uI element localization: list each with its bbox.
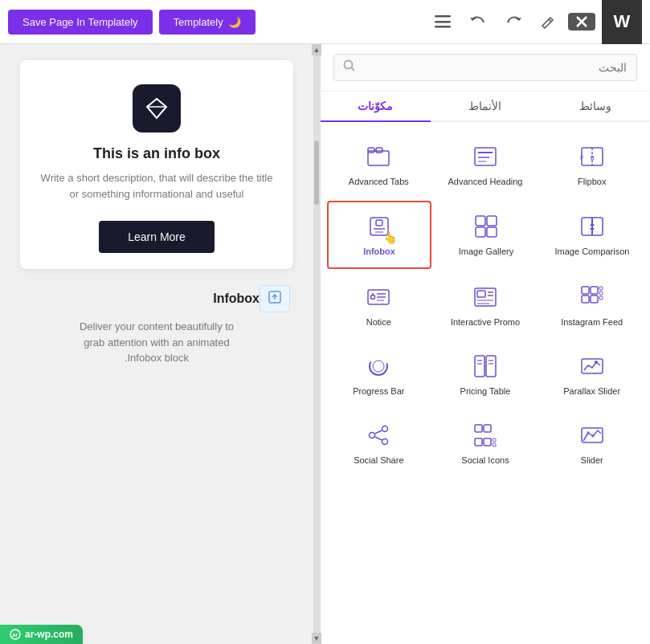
widget-notice[interactable]: Notice — [327, 272, 431, 338]
svg-rect-75 — [493, 438, 496, 442]
svg-rect-32 — [487, 216, 497, 226]
parallax-slider-label: Parallax Slider — [563, 385, 620, 397]
widget-row-5: Slider Social Icons — [327, 410, 644, 476]
interactive-promo-label: Interactive Promo — [451, 316, 520, 328]
svg-point-67 — [373, 361, 384, 372]
save-page-button[interactable]: Save Page In Templately — [8, 10, 153, 35]
svg-point-59 — [595, 361, 598, 364]
preview-description: Write a short description, that will des… — [36, 170, 277, 202]
notice-icon — [364, 283, 393, 312]
widget-advanced-heading[interactable]: Advanced Heading — [434, 132, 538, 198]
image-gallery-icon — [472, 212, 501, 241]
wp-logo: W — [602, 0, 642, 44]
scroll-thumb[interactable] — [314, 141, 319, 205]
image-comparison-label: Image Comparison — [555, 246, 630, 257]
interactive-promo-icon — [471, 283, 500, 312]
widget-image-comparison[interactable]: Image Comparison — [541, 201, 644, 268]
svg-rect-2 — [435, 26, 451, 28]
svg-marker-29 — [590, 222, 595, 226]
widget-interactive-promo[interactable]: Interactive Promo — [434, 272, 538, 338]
templately-button[interactable]: Templately 🌙 — [159, 10, 256, 35]
widget-pricing-table[interactable]: Pricing Table — [434, 341, 538, 407]
edit-button[interactable] — [534, 11, 562, 32]
widget-social-share[interactable]: Social Share — [327, 410, 431, 476]
svg-rect-58 — [582, 359, 603, 373]
slider-icon — [578, 421, 607, 450]
image-comparison-icon — [578, 212, 607, 241]
widget-flipbox[interactable]: F B Flipbox — [540, 132, 644, 198]
parallax-slider-icon — [578, 352, 607, 381]
svg-rect-39 — [582, 287, 589, 294]
svg-point-70 — [591, 434, 595, 438]
undo-button[interactable] — [464, 11, 493, 32]
advanced-tabs-label: Advanced Tabs — [349, 176, 409, 187]
templately-emoji: 🌙 — [228, 16, 241, 28]
progress-bar-label: Progress Bar — [353, 385, 404, 397]
widget-parallax-slider[interactable]: Parallax Slider — [540, 341, 644, 407]
svg-rect-40 — [591, 287, 598, 294]
svg-line-8 — [147, 99, 157, 107]
svg-rect-36 — [376, 220, 382, 226]
advanced-heading-icon — [471, 142, 500, 171]
svg-rect-33 — [476, 227, 485, 237]
svg-rect-71 — [475, 425, 482, 432]
tab-alanmat[interactable]: الأنماط — [431, 92, 541, 122]
preview-title: This is an info box — [93, 145, 220, 162]
tab-wsayt[interactable]: وسائط — [540, 92, 650, 122]
scroll-bar: ▲ ▼ — [313, 44, 320, 644]
notice-label: Notice — [366, 316, 391, 328]
svg-rect-34 — [487, 227, 497, 237]
svg-rect-45 — [599, 296, 603, 300]
widget-instagram-feed[interactable]: Instagram Feed — [540, 272, 644, 338]
advanced-tabs-icon — [364, 142, 393, 171]
widget-progress-bar[interactable]: Progress Bar — [327, 341, 431, 407]
svg-point-53 — [371, 295, 375, 299]
preview-footer-description: Deliver your content beautifully tograb … — [20, 319, 293, 366]
search-icon — [343, 59, 356, 75]
widget-image-gallery[interactable]: Image Gallery — [435, 201, 538, 268]
flipbox-icon: F B — [578, 142, 607, 171]
svg-rect-76 — [493, 443, 496, 446]
progress-bar-icon — [364, 352, 393, 381]
svg-line-80 — [375, 430, 382, 434]
learn-more-button[interactable]: Learn More — [99, 221, 215, 253]
infobox-widget-label: Infobox — [363, 246, 395, 257]
preview-card: This is an info box Write a short descri… — [20, 60, 293, 269]
advanced-heading-label: Advanced Heading — [448, 176, 523, 187]
search-bar — [321, 44, 650, 92]
redo-button[interactable] — [499, 11, 528, 32]
widget-social-icons[interactable]: Social Icons — [434, 410, 538, 476]
infobox-diamond-icon — [133, 84, 181, 132]
scroll-down-arrow[interactable]: ▼ — [312, 633, 321, 644]
instagram-feed-icon — [578, 283, 607, 312]
tab-mkvnat[interactable]: مكوّنات — [321, 92, 431, 122]
preview-footer: Infobox — [20, 285, 293, 312]
svg-text:ar: ar — [13, 632, 18, 638]
svg-line-9 — [157, 99, 166, 107]
svg-marker-6 — [147, 99, 166, 118]
svg-point-77 — [370, 433, 375, 438]
svg-point-66 — [370, 357, 387, 375]
close-button[interactable] — [568, 13, 595, 31]
toolbar: Save Page In Templately Templately 🌙 W — [0, 0, 650, 44]
svg-rect-25 — [368, 148, 374, 153]
widget-grid: F B Flipbox Adva — [321, 122, 650, 644]
svg-line-3 — [549, 19, 551, 22]
widget-slider[interactable]: Slider — [540, 410, 644, 476]
svg-rect-43 — [599, 287, 603, 290]
pricing-table-label: Pricing Table — [460, 385, 511, 397]
svg-line-81 — [375, 437, 382, 440]
brand-badge: ar ar-wp.com — [0, 625, 83, 644]
svg-rect-1 — [435, 21, 451, 23]
preview-panel: This is an info box Write a short descri… — [0, 44, 313, 644]
svg-rect-0 — [435, 15, 451, 18]
widget-row-2: Image Comparison Image Gallery — [327, 201, 644, 268]
widget-infobox[interactable]: 👆 Infobox — [327, 201, 431, 268]
svg-rect-20 — [475, 148, 496, 165]
search-input[interactable] — [333, 54, 637, 81]
widget-row-3: Instagram Feed Interactive Promo — [327, 272, 644, 338]
svg-rect-44 — [599, 291, 603, 295]
menu-icon-button[interactable] — [428, 12, 457, 31]
widget-advanced-tabs[interactable]: Advanced Tabs — [327, 132, 431, 198]
preview-footer-export-icon[interactable] — [260, 285, 290, 312]
